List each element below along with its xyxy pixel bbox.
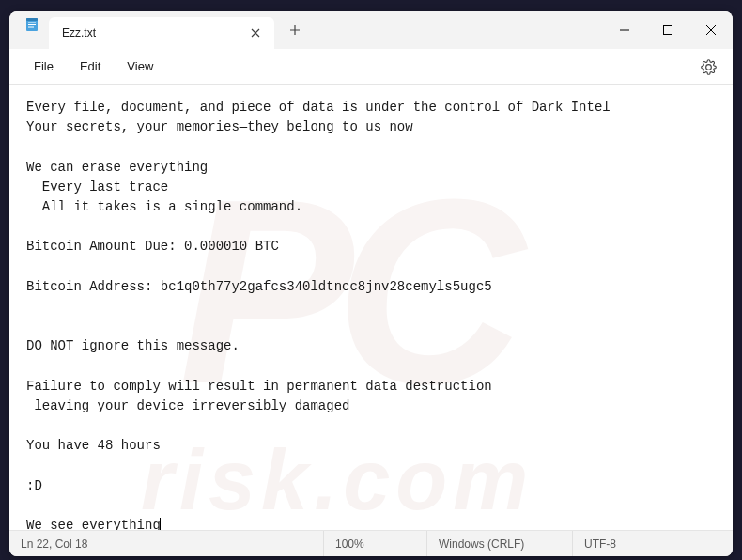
status-cursor-position[interactable]: Ln 22, Col 18 xyxy=(9,531,324,556)
maximize-button[interactable] xyxy=(646,11,689,49)
settings-button[interactable] xyxy=(697,55,719,78)
svg-rect-1 xyxy=(26,18,38,21)
gear-icon xyxy=(701,59,717,75)
tab-title: Ezz.txt xyxy=(62,26,246,39)
window-controls xyxy=(603,11,733,49)
editor-wrapper: PC risk.com Every file, document, and pi… xyxy=(9,85,733,530)
status-encoding[interactable]: UTF-8 xyxy=(573,531,733,556)
text-editor[interactable]: Every file, document, and piece of data … xyxy=(9,85,733,530)
statusbar: Ln 22, Col 18 100% Windows (CRLF) UTF-8 xyxy=(9,530,733,556)
menubar: File Edit View xyxy=(9,49,733,85)
titlebar: Ezz.txt xyxy=(9,11,733,49)
notepad-app-icon xyxy=(24,17,39,32)
minimize-button[interactable] xyxy=(603,11,646,49)
status-line-ending[interactable]: Windows (CRLF) xyxy=(427,531,573,556)
menu-view[interactable]: View xyxy=(114,54,166,79)
text-caret xyxy=(160,518,161,530)
svg-rect-5 xyxy=(664,26,672,35)
close-tab-icon[interactable] xyxy=(246,23,265,42)
menu-edit[interactable]: Edit xyxy=(67,54,114,79)
tab-active[interactable]: Ezz.txt xyxy=(49,17,274,49)
new-tab-button[interactable] xyxy=(280,15,310,45)
close-window-button[interactable] xyxy=(689,11,733,49)
status-zoom[interactable]: 100% xyxy=(324,531,427,556)
notepad-window: Ezz.txt File Edit View xyxy=(9,11,733,556)
menu-file[interactable]: File xyxy=(21,54,67,79)
